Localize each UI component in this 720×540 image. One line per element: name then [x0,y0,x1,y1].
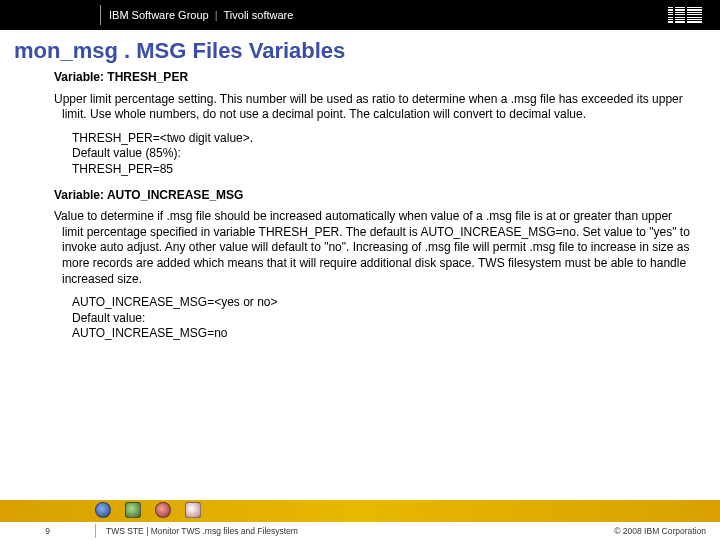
syntax-line: THRESH_PER=<two digit value>. [72,131,696,147]
header-divider: | [215,9,218,21]
header-left: IBM Software Group | Tivoli software [100,5,293,25]
section-heading-1: Variable: THRESH_PER [54,70,696,86]
syntax-line: AUTO_INCREASE_MSG=<yes or no> [72,295,696,311]
header-bar: IBM Software Group | Tivoli software [0,0,720,30]
section-paragraph-1: Upper limit percentage setting. This num… [54,92,696,123]
content-area: Variable: THRESH_PER Upper limit percent… [0,70,720,342]
footer-gold-bar [0,500,720,522]
section-heading-2: Variable: AUTO_INCREASE_MSG [54,188,696,204]
page-title: mon_msg . MSG Files Variables [14,38,720,64]
header-group: IBM Software Group [109,9,209,21]
footer-bottom: 9 TWS STE | Monitor TWS .msg files and F… [0,522,720,540]
section-syntax-2: AUTO_INCREASE_MSG=<yes or no> Default va… [72,295,696,342]
footer-icons [95,502,201,518]
ibm-logo-icon [668,7,702,23]
footer-copyright: © 2008 IBM Corporation [614,526,706,536]
syntax-line: AUTO_INCREASE_MSG=no [72,326,696,342]
section-syntax-1: THRESH_PER=<two digit value>. Default va… [72,131,696,178]
header-product: Tivoli software [224,9,294,21]
footer: 9 TWS STE | Monitor TWS .msg files and F… [0,500,720,540]
syntax-line: Default value (85%): [72,146,696,162]
decorative-icon [125,502,141,518]
section-paragraph-2: Value to determine if .msg file should b… [54,209,696,287]
decorative-icon [185,502,201,518]
syntax-line: THRESH_PER=85 [72,162,696,178]
syntax-line: Default value: [72,311,696,327]
decorative-icon [95,502,111,518]
footer-text: TWS STE | Monitor TWS .msg files and Fil… [95,524,298,538]
page-number: 9 [0,526,95,536]
decorative-icon [155,502,171,518]
